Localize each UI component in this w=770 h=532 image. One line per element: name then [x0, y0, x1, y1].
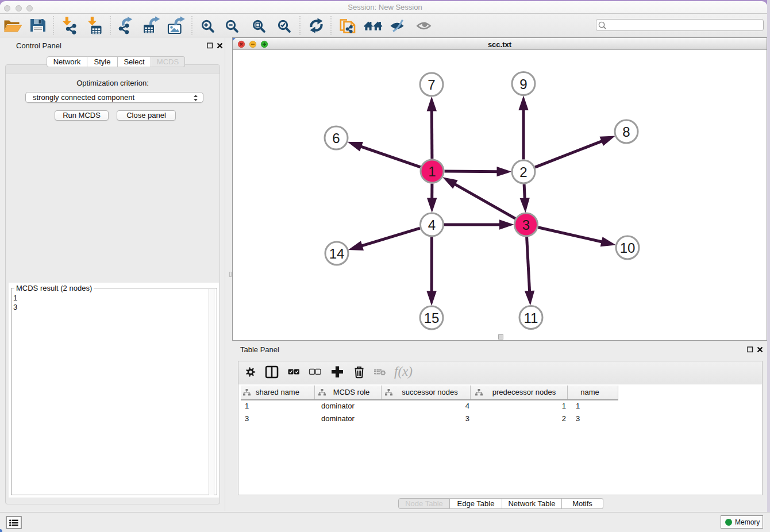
svg-text:1: 1	[428, 164, 436, 179]
svg-text:14: 14	[329, 246, 345, 261]
svg-text:10: 10	[620, 240, 636, 256]
svg-text:3: 3	[522, 217, 530, 233]
svg-text:4: 4	[428, 217, 436, 233]
svg-text:7: 7	[428, 77, 435, 92]
svg-text:8: 8	[622, 124, 630, 140]
svg-text:11: 11	[524, 310, 538, 326]
svg-text:2: 2	[519, 164, 527, 180]
svg-text:f(x): f(x)	[394, 364, 413, 379]
svg-text:9: 9	[519, 76, 527, 92]
svg-text:6: 6	[332, 130, 340, 146]
svg-text:15: 15	[424, 310, 440, 326]
